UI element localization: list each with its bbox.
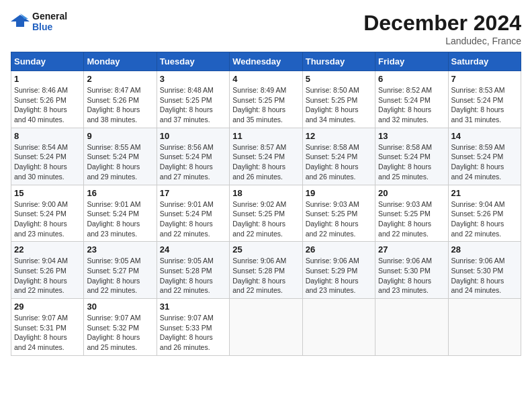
calendar-cell: 12Sunrise: 8:58 AMSunset: 5:24 PMDayligh… <box>302 128 375 185</box>
day-info: Sunrise: 8:48 AMSunset: 5:25 PMDaylight:… <box>160 85 226 125</box>
day-number: 18 <box>232 188 299 198</box>
day-info: Sunrise: 8:53 AMSunset: 5:24 PMDaylight:… <box>451 85 518 125</box>
day-number: 16 <box>87 188 153 198</box>
day-info: Sunrise: 9:06 AMSunset: 5:30 PMDaylight:… <box>451 256 518 295</box>
calendar-cell: 19Sunrise: 9:03 AMSunset: 5:25 PMDayligh… <box>302 185 375 242</box>
day-number: 2 <box>87 74 153 84</box>
day-info: Sunrise: 9:03 AMSunset: 5:25 PMDaylight:… <box>306 199 372 239</box>
calendar-cell: 26Sunrise: 9:06 AMSunset: 5:29 PMDayligh… <box>302 242 375 299</box>
day-info: Sunrise: 8:55 AMSunset: 5:24 PMDaylight:… <box>87 142 153 182</box>
calendar-cell <box>448 299 521 356</box>
day-number: 6 <box>378 74 445 84</box>
calendar-cell: 5Sunrise: 8:50 AMSunset: 5:25 PMDaylight… <box>302 71 375 128</box>
weekday-header-friday: Friday <box>375 52 448 71</box>
title-block: December 2024 Landudec, France <box>363 11 521 46</box>
calendar-cell: 9Sunrise: 8:55 AMSunset: 5:24 PMDaylight… <box>84 128 157 185</box>
day-number: 21 <box>451 188 518 198</box>
day-info: Sunrise: 9:04 AMSunset: 5:26 PMDaylight:… <box>451 199 518 239</box>
day-info: Sunrise: 9:04 AMSunset: 5:26 PMDaylight:… <box>14 256 81 295</box>
day-info: Sunrise: 9:00 AMSunset: 5:24 PMDaylight:… <box>14 199 81 239</box>
calendar-cell: 22Sunrise: 9:04 AMSunset: 5:26 PMDayligh… <box>11 242 84 299</box>
day-number: 26 <box>306 244 372 255</box>
day-info: Sunrise: 9:03 AMSunset: 5:25 PMDaylight:… <box>378 199 445 239</box>
day-info: Sunrise: 9:06 AMSunset: 5:29 PMDaylight:… <box>306 256 372 295</box>
day-number: 17 <box>160 188 226 198</box>
day-number: 25 <box>232 244 299 255</box>
day-info: Sunrise: 9:05 AMSunset: 5:28 PMDaylight:… <box>160 256 226 295</box>
day-number: 15 <box>14 188 81 198</box>
logo-line2: Blue <box>32 21 67 32</box>
calendar-week-row: 8Sunrise: 8:54 AMSunset: 5:24 PMDaylight… <box>11 128 521 185</box>
calendar-cell: 15Sunrise: 9:00 AMSunset: 5:24 PMDayligh… <box>11 185 84 242</box>
page-header: General Blue December 2024 Landudec, Fra… <box>11 11 521 46</box>
day-number: 7 <box>451 74 518 84</box>
day-info: Sunrise: 9:02 AMSunset: 5:25 PMDaylight:… <box>232 199 299 239</box>
calendar-cell: 2Sunrise: 8:47 AMSunset: 5:26 PMDaylight… <box>84 71 157 128</box>
day-number: 23 <box>87 244 153 255</box>
calendar-cell: 23Sunrise: 9:05 AMSunset: 5:27 PMDayligh… <box>84 242 157 299</box>
calendar-week-row: 22Sunrise: 9:04 AMSunset: 5:26 PMDayligh… <box>11 242 521 299</box>
calendar-cell: 3Sunrise: 8:48 AMSunset: 5:25 PMDaylight… <box>157 71 229 128</box>
calendar-cell <box>302 299 375 356</box>
calendar-cell: 16Sunrise: 9:01 AMSunset: 5:24 PMDayligh… <box>84 185 157 242</box>
logo-icon <box>11 12 30 31</box>
day-number: 1 <box>14 74 81 84</box>
day-number: 4 <box>232 74 299 84</box>
day-info: Sunrise: 8:46 AMSunset: 5:26 PMDaylight:… <box>14 85 81 125</box>
day-number: 5 <box>306 74 372 84</box>
logo: General Blue <box>11 11 67 32</box>
calendar-cell <box>375 299 448 356</box>
day-info: Sunrise: 8:50 AMSunset: 5:25 PMDaylight:… <box>306 85 372 125</box>
calendar-cell: 8Sunrise: 8:54 AMSunset: 5:24 PMDaylight… <box>11 128 84 185</box>
weekday-header-thursday: Thursday <box>302 52 375 71</box>
day-info: Sunrise: 8:58 AMSunset: 5:24 PMDaylight:… <box>378 142 445 182</box>
calendar-cell <box>230 299 302 356</box>
day-info: Sunrise: 8:47 AMSunset: 5:26 PMDaylight:… <box>87 85 153 125</box>
day-info: Sunrise: 8:49 AMSunset: 5:25 PMDaylight:… <box>232 85 299 125</box>
day-info: Sunrise: 8:56 AMSunset: 5:24 PMDaylight:… <box>160 142 226 182</box>
calendar-cell: 25Sunrise: 9:06 AMSunset: 5:28 PMDayligh… <box>230 242 302 299</box>
day-number: 12 <box>306 131 372 141</box>
day-info: Sunrise: 8:52 AMSunset: 5:24 PMDaylight:… <box>378 85 445 125</box>
calendar-cell: 27Sunrise: 9:06 AMSunset: 5:30 PMDayligh… <box>375 242 448 299</box>
calendar-cell: 17Sunrise: 9:01 AMSunset: 5:24 PMDayligh… <box>157 185 229 242</box>
day-info: Sunrise: 9:06 AMSunset: 5:30 PMDaylight:… <box>378 256 445 295</box>
day-info: Sunrise: 8:58 AMSunset: 5:24 PMDaylight:… <box>306 142 372 182</box>
calendar-cell: 29Sunrise: 9:07 AMSunset: 5:31 PMDayligh… <box>11 299 84 356</box>
calendar-cell: 4Sunrise: 8:49 AMSunset: 5:25 PMDaylight… <box>230 71 302 128</box>
calendar-cell: 10Sunrise: 8:56 AMSunset: 5:24 PMDayligh… <box>157 128 229 185</box>
day-number: 24 <box>160 244 226 255</box>
day-info: Sunrise: 8:54 AMSunset: 5:24 PMDaylight:… <box>14 142 81 182</box>
calendar-cell: 20Sunrise: 9:03 AMSunset: 5:25 PMDayligh… <box>375 185 448 242</box>
calendar-cell: 6Sunrise: 8:52 AMSunset: 5:24 PMDaylight… <box>375 71 448 128</box>
day-info: Sunrise: 9:06 AMSunset: 5:28 PMDaylight:… <box>232 256 299 295</box>
calendar-table: SundayMondayTuesdayWednesdayThursdayFrid… <box>11 52 521 356</box>
weekday-header-sunday: Sunday <box>11 52 84 71</box>
day-info: Sunrise: 9:07 AMSunset: 5:31 PMDaylight:… <box>14 313 81 353</box>
day-number: 27 <box>378 244 445 255</box>
calendar-cell: 18Sunrise: 9:02 AMSunset: 5:25 PMDayligh… <box>230 185 302 242</box>
day-number: 31 <box>160 302 226 312</box>
day-info: Sunrise: 9:07 AMSunset: 5:33 PMDaylight:… <box>160 313 226 353</box>
calendar-cell: 11Sunrise: 8:57 AMSunset: 5:24 PMDayligh… <box>230 128 302 185</box>
day-number: 20 <box>378 188 445 198</box>
day-number: 13 <box>378 131 445 141</box>
day-info: Sunrise: 9:01 AMSunset: 5:24 PMDaylight:… <box>160 199 226 239</box>
day-number: 8 <box>14 131 81 141</box>
day-number: 28 <box>451 244 518 255</box>
day-number: 9 <box>87 131 153 141</box>
svg-marker-0 <box>11 15 30 27</box>
calendar-cell: 1Sunrise: 8:46 AMSunset: 5:26 PMDaylight… <box>11 71 84 128</box>
location: Landudec, France <box>363 36 521 46</box>
calendar-week-row: 29Sunrise: 9:07 AMSunset: 5:31 PMDayligh… <box>11 299 521 356</box>
calendar-cell: 13Sunrise: 8:58 AMSunset: 5:24 PMDayligh… <box>375 128 448 185</box>
day-info: Sunrise: 8:59 AMSunset: 5:24 PMDaylight:… <box>451 142 518 182</box>
calendar-cell: 31Sunrise: 9:07 AMSunset: 5:33 PMDayligh… <box>157 299 229 356</box>
calendar-cell: 30Sunrise: 9:07 AMSunset: 5:32 PMDayligh… <box>84 299 157 356</box>
day-info: Sunrise: 8:57 AMSunset: 5:24 PMDaylight:… <box>232 142 299 182</box>
calendar-cell: 14Sunrise: 8:59 AMSunset: 5:24 PMDayligh… <box>448 128 521 185</box>
calendar-cell: 24Sunrise: 9:05 AMSunset: 5:28 PMDayligh… <box>157 242 229 299</box>
day-number: 11 <box>232 131 299 141</box>
calendar-header-row: SundayMondayTuesdayWednesdayThursdayFrid… <box>11 52 521 71</box>
day-number: 30 <box>87 302 153 312</box>
